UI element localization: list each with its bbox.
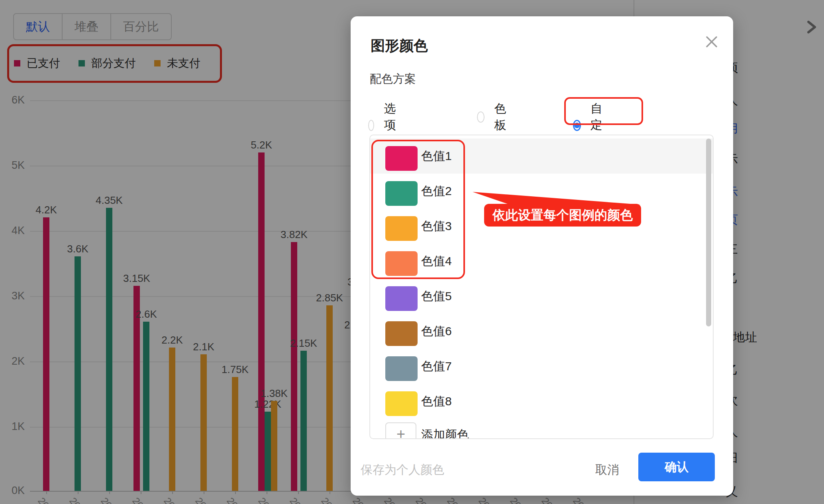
color-swatch-label: 色值7 [421, 358, 452, 375]
save-personal-colors-link[interactable]: 保存为个人颜色 [361, 462, 444, 478]
radio-dot-icon [574, 123, 580, 128]
color-swatch-label: 色值1 [421, 148, 452, 164]
list-scrollbar-thumb[interactable] [706, 139, 711, 326]
app-root: 默认堆叠百分比 已支付部分支付未支付 6K5K4K3K2K1K0K2020202… [0, 0, 824, 504]
annotation-text: 依此设置每个图例的颜色 [492, 207, 633, 224]
radio-label: 色板 [494, 101, 510, 133]
radio-circle-icon [573, 120, 581, 131]
color-swatch-label: 色值8 [421, 393, 452, 410]
color-swatch[interactable] [385, 251, 418, 276]
color-swatch-label: 色值3 [421, 218, 452, 234]
color-swatch-label: 色值6 [421, 323, 452, 340]
color-swatch-label: 色值2 [421, 183, 452, 199]
modal-title: 图形颜色 [371, 36, 428, 56]
color-swatch[interactable] [385, 321, 418, 346]
add-color-label: 添加颜色 [421, 427, 469, 439]
color-settings-modal: 图形颜色 配色方案 选项色色板自定义 色值1色值2色值3色值4色值5色值6色值7… [351, 16, 733, 496]
color-row-1[interactable]: 色值1 [370, 139, 713, 174]
add-color-row[interactable]: +添加颜色 [370, 419, 713, 439]
color-swatch-label: 色值5 [421, 288, 452, 305]
color-scheme-section-label: 配色方案 [370, 71, 416, 87]
plus-icon[interactable]: + [385, 422, 416, 439]
cancel-button[interactable]: 取消 [595, 462, 619, 478]
confirm-button[interactable]: 确认 [638, 453, 715, 481]
color-row-2[interactable]: 色值2 [370, 174, 713, 209]
radio-circle-icon [368, 120, 374, 131]
color-swatch[interactable] [385, 181, 418, 206]
color-row-6[interactable]: 色值6 [370, 314, 713, 349]
color-row-4[interactable]: 色值4 [370, 244, 713, 279]
color-swatch[interactable] [385, 286, 418, 311]
close-icon[interactable] [704, 34, 720, 50]
color-row-5[interactable]: 色值5 [370, 279, 713, 314]
color-row-7[interactable]: 色值7 [370, 349, 713, 384]
color-swatch[interactable] [385, 356, 418, 381]
annotation-callout: 依此设置每个图例的颜色 [484, 204, 641, 227]
color-swatch-label: 色值4 [421, 253, 452, 270]
custom-color-list: 色值1色值2色值3色值4色值5色值6色值7色值8+添加颜色 [369, 135, 714, 439]
color-swatch[interactable] [385, 391, 418, 416]
color-scheme-radio-2[interactable]: 色板 [477, 101, 510, 133]
color-row-8[interactable]: 色值8 [370, 384, 713, 419]
radio-circle-icon [477, 111, 485, 123]
color-swatch[interactable] [385, 216, 418, 241]
color-swatch[interactable] [385, 146, 418, 171]
